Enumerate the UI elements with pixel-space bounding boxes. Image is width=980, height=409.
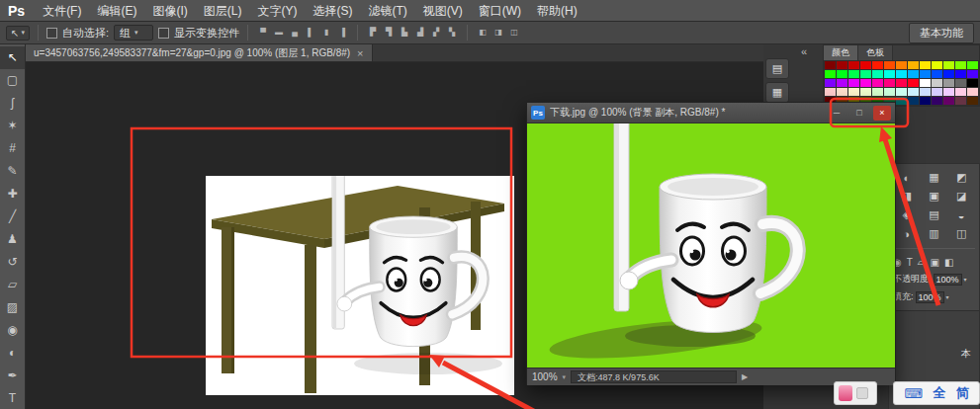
window-title-bar[interactable]: Ps 下载.jpg @ 100% (背景 副本, RGB/8#) * ─ □ × <box>527 103 895 123</box>
adjustment-hue-icon[interactable]: ◪ <box>947 187 975 205</box>
marquee-tool[interactable]: ▢ <box>0 69 25 92</box>
floating-document-canvas[interactable] <box>527 123 895 368</box>
color-swatch[interactable] <box>884 79 895 87</box>
adjustment-invert-icon[interactable]: ◫ <box>947 224 975 243</box>
color-swatch[interactable] <box>825 70 836 78</box>
menu-item[interactable]: 视图(V) <box>415 0 471 22</box>
color-swatch[interactable] <box>943 61 954 69</box>
auto-blend-icon[interactable]: ◨ <box>491 26 505 40</box>
color-swatch[interactable] <box>908 88 919 96</box>
align-horizontal-centers-icon[interactable]: ▮ <box>319 26 333 40</box>
filter-adjustment-layers-icon[interactable]: ◧ <box>944 257 953 268</box>
color-swatch[interactable] <box>932 79 942 87</box>
auto-align-layers-icon[interactable]: ◧ <box>476 26 490 40</box>
color-swatch[interactable] <box>955 79 966 87</box>
floating-document-window[interactable]: Ps 下载.jpg @ 100% (背景 副本, RGB/8#) * ─ □ ×… <box>526 102 896 385</box>
color-swatch[interactable] <box>825 61 836 69</box>
color-swatch[interactable] <box>932 70 942 78</box>
color-swatch[interactable] <box>848 79 859 87</box>
color-swatch[interactable] <box>825 79 836 87</box>
distribute-left-edges-icon[interactable]: ▟ <box>413 26 427 40</box>
color-swatch[interactable] <box>884 88 895 96</box>
fill-value[interactable]: 100% <box>916 291 944 303</box>
color-swatch[interactable] <box>872 70 883 78</box>
adjustment-brightness-icon[interactable]: ◐ <box>893 168 921 187</box>
color-swatch[interactable] <box>837 79 847 87</box>
ime-fullwidth-toggle[interactable]: 全 <box>933 384 945 402</box>
adjustment-exposure-icon[interactable]: ◨ <box>893 187 921 205</box>
collapse-panels-icon[interactable]: « <box>801 45 807 57</box>
adjustment-lookup-icon[interactable]: ▥ <box>921 224 948 243</box>
history-brush-tool[interactable]: ↺ <box>0 250 25 273</box>
widget-secondary-icon[interactable] <box>856 387 868 399</box>
pen-tool[interactable]: ✒ <box>0 364 25 386</box>
eyedropper-tool[interactable]: ✎ <box>0 160 25 183</box>
zoom-level[interactable]: 100% <box>532 371 558 382</box>
move-tool[interactable]: ↖ <box>0 46 25 69</box>
color-swatch[interactable] <box>955 70 966 78</box>
color-swatch[interactable] <box>967 70 978 78</box>
eraser-tool[interactable]: ▱ <box>0 273 25 295</box>
menu-item[interactable]: 帮助(H) <box>529 0 585 22</box>
keyboard-icon[interactable]: ⌨ <box>904 386 923 401</box>
tool-preset-picker[interactable]: ↖ ▾ <box>6 26 30 41</box>
document-tab[interactable]: u=3457063756,249583377&fm=27&gp=0.jpg @ … <box>26 44 373 61</box>
filter-smart-objects-icon[interactable]: ▣ <box>931 257 939 268</box>
opacity-value[interactable]: 100% <box>934 274 962 286</box>
color-swatch[interactable] <box>920 88 931 96</box>
color-swatch[interactable] <box>848 88 859 96</box>
color-swatch[interactable] <box>860 88 871 96</box>
chevron-down-icon[interactable]: ▾ <box>563 373 567 381</box>
workspace-button[interactable]: 基本功能 <box>909 23 974 43</box>
show-transform-checkbox[interactable] <box>158 28 169 39</box>
color-swatch[interactable] <box>872 79 883 87</box>
adjustment-channel-mixer-icon[interactable]: ◑ <box>893 224 921 243</box>
dodge-tool[interactable]: ◐ <box>0 341 25 364</box>
collapsed-panel-properties-icon[interactable]: ▦ <box>765 82 789 103</box>
clone-stamp-tool[interactable]: ♟ <box>0 228 25 251</box>
minimize-button[interactable]: ─ <box>828 106 846 121</box>
color-swatch[interactable] <box>837 61 847 69</box>
adjustment-vibrance-icon[interactable]: ▣ <box>921 187 948 205</box>
color-swatch[interactable] <box>920 79 931 87</box>
color-swatch[interactable] <box>896 97 907 105</box>
align-left-edges-icon[interactable]: ▌ <box>304 26 317 40</box>
adjustment-color-balance-icon[interactable]: ◈ <box>893 205 921 224</box>
lasso-tool[interactable]: ʃ <box>0 92 25 115</box>
menu-item[interactable]: 窗口(W) <box>471 0 529 22</box>
color-swatch[interactable] <box>860 70 871 78</box>
color-swatch[interactable] <box>908 97 919 105</box>
color-swatch[interactable] <box>896 70 907 78</box>
color-swatch[interactable] <box>896 79 907 87</box>
color-swatch[interactable] <box>908 70 919 78</box>
color-swatch[interactable] <box>943 70 954 78</box>
color-swatch[interactable] <box>932 97 942 105</box>
brush-tool[interactable]: ╱ <box>0 205 25 228</box>
align-bottom-edges-icon[interactable]: ▄ <box>288 26 302 40</box>
align-top-edges-icon[interactable]: ▀ <box>256 26 270 40</box>
menu-item[interactable]: 编辑(E) <box>89 0 144 22</box>
distribute-vertical-centers-icon[interactable]: ▜ <box>382 26 396 40</box>
distribute-bottom-edges-icon[interactable]: ▙ <box>398 26 411 40</box>
color-swatch[interactable] <box>872 88 883 96</box>
color-swatch[interactable] <box>825 88 836 96</box>
color-swatch[interactable] <box>884 61 895 69</box>
collapsed-panel-history-icon[interactable]: ▤ <box>765 58 789 79</box>
status-flyout-icon[interactable]: ▶ <box>742 372 748 381</box>
adjustment-curves-icon[interactable]: ◩ <box>947 168 975 187</box>
align-vertical-centers-icon[interactable]: ▬ <box>272 26 286 40</box>
distribute-horizontal-centers-icon[interactable]: ▞ <box>429 26 443 40</box>
adjustment-levels-icon[interactable]: ▦ <box>921 168 948 187</box>
menu-item[interactable]: 选择(S) <box>305 0 360 22</box>
color-swatch[interactable] <box>955 88 966 96</box>
color-swatch[interactable] <box>920 97 931 105</box>
color-swatch[interactable] <box>860 79 871 87</box>
color-swatch[interactable] <box>932 61 942 69</box>
distribute-top-edges-icon[interactable]: ▛ <box>366 26 380 40</box>
auto-select-checkbox[interactable] <box>46 28 57 39</box>
color-swatch[interactable] <box>967 61 978 69</box>
color-swatch[interactable] <box>955 97 966 105</box>
crop-tool[interactable]: # <box>0 137 25 160</box>
tab-close-icon[interactable]: × <box>357 47 363 59</box>
color-swatch[interactable] <box>896 61 907 69</box>
